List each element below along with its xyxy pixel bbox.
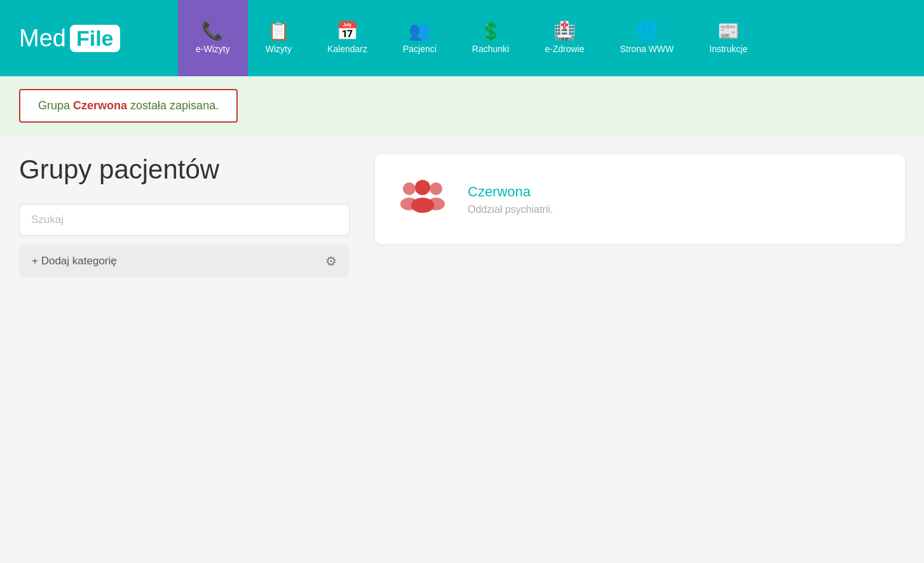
calendar-icon: 📅 <box>336 22 358 40</box>
nav-label-rachunki: Rachunki <box>472 44 509 54</box>
nav-item-strona-www[interactable]: 🌐 Strona WWW <box>602 0 691 76</box>
page-body: Grupy pacjentów + Dodaj kategorię ⚙ <box>0 135 924 297</box>
success-banner: Grupa Czerwona została zapisana. <box>0 76 924 135</box>
group-card: Czerwona Oddział psychiatrii. <box>375 154 905 244</box>
nav-label-wizyty: Wizyty <box>266 44 292 54</box>
health-icon: 🏥 <box>554 22 576 40</box>
success-prefix: Grupa <box>38 99 73 112</box>
dollar-icon: 💲 <box>480 22 502 40</box>
nav-item-rachunki[interactable]: 💲 Rachunki <box>454 0 527 76</box>
nav-label-strona-www: Strona WWW <box>620 44 674 54</box>
group-name: Czerwona <box>468 184 553 200</box>
svg-point-0 <box>403 182 416 195</box>
main-content: Grupa Czerwona została zapisana. Grupy p… <box>0 76 924 297</box>
left-panel: Grupy pacjentów + Dodaj kategorię ⚙ <box>19 154 362 278</box>
globe-icon: 🌐 <box>635 22 658 40</box>
nav-label-pacjenci: Pacjenci <box>403 44 437 54</box>
logo-file: File <box>70 25 120 52</box>
add-category-button[interactable]: + Dodaj kategorię ⚙ <box>19 245 350 278</box>
success-suffix: została zapisana. <box>127 99 219 112</box>
nav-item-wizyty[interactable]: 📋 Wizyty <box>248 0 309 76</box>
nav-label-instrukcje: Instrukcje <box>709 44 747 54</box>
app-header: Med File 📞 e-Wizyty 📋 Wizyty 📅 Kalendarz… <box>0 0 924 76</box>
nav-label-kalendarz: Kalendarz <box>327 44 367 54</box>
document-icon: 📰 <box>717 22 740 40</box>
nav-item-pacjenci[interactable]: 👥 Pacjenci <box>385 0 454 76</box>
nav-item-kalendarz[interactable]: 📅 Kalendarz <box>309 0 385 76</box>
svg-point-4 <box>415 180 430 195</box>
logo: Med File <box>0 0 178 76</box>
nav-item-e-zdrowie[interactable]: 🏥 e-Zdrowie <box>527 0 602 76</box>
svg-point-5 <box>411 198 434 213</box>
nav-item-instrukcje[interactable]: 📰 Instrukcje <box>691 0 765 76</box>
success-message-box: Grupa Czerwona została zapisana. <box>19 89 238 123</box>
success-highlight: Czerwona <box>73 99 127 112</box>
phone-icon: 📞 <box>201 22 224 40</box>
nav-label-e-wizyty: e-Wizyty <box>196 44 230 54</box>
group-icon: 👥 <box>409 22 431 40</box>
nav-label-e-zdrowie: e-Zdrowie <box>545 44 584 54</box>
group-description: Oddział psychiatrii. <box>468 204 553 215</box>
patients-group-icon <box>400 177 445 221</box>
logo-med: Med <box>19 25 66 52</box>
search-input[interactable] <box>19 204 350 236</box>
svg-point-2 <box>430 182 442 195</box>
add-category-label: + Dodaj kategorię <box>32 255 117 268</box>
page-title: Grupy pacjentów <box>19 154 350 185</box>
group-info: Czerwona Oddział psychiatrii. <box>468 184 553 215</box>
right-panel: Czerwona Oddział psychiatrii. <box>375 154 905 244</box>
clipboard-icon: 📋 <box>268 22 290 40</box>
nav-item-e-wizyty[interactable]: 📞 e-Wizyty <box>178 0 248 76</box>
main-nav: 📞 e-Wizyty 📋 Wizyty 📅 Kalendarz 👥 Pacjen… <box>178 0 765 76</box>
gear-icon: ⚙ <box>325 254 337 269</box>
